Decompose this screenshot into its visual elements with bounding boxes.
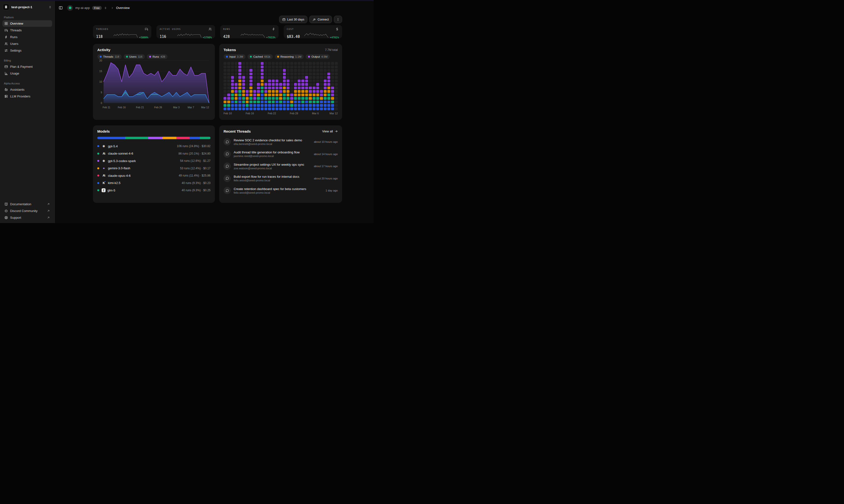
project-avatar — [67, 5, 73, 11]
project-switcher-icon[interactable] — [104, 6, 107, 10]
legend-chip-threads[interactable]: Threads118 — [97, 54, 122, 59]
project-name[interactable]: my-ai-app — [75, 6, 90, 10]
thread-row[interactable]: Review SOC 2 evidence checklist for sale… — [224, 136, 338, 148]
waffle-cell — [268, 73, 271, 75]
waffle-column — [305, 62, 308, 110]
waffle-cell — [275, 69, 278, 72]
legend-label: Users — [130, 55, 137, 58]
waffle-cell — [301, 97, 304, 100]
waffle-cell — [246, 104, 249, 107]
waffle-cell — [283, 79, 286, 83]
waffle-cell — [238, 83, 241, 86]
thread-row[interactable]: Create retention dashboard spec for beta… — [224, 184, 338, 197]
waffle-cell — [279, 97, 282, 100]
waffle-cell — [253, 93, 256, 96]
waffle-cell — [227, 69, 230, 72]
sidebar-item-usage[interactable]: Usage — [2, 70, 52, 77]
waffle-cell — [301, 76, 304, 79]
header-actions: Last 30 days Connect — [93, 16, 342, 23]
legend-chip-output[interactable]: Output4.5M — [306, 54, 330, 59]
waffle-cell — [275, 87, 278, 89]
waffle-cell — [272, 93, 275, 96]
waffle-cell — [235, 101, 238, 104]
waffle-cell — [224, 62, 226, 65]
waffle-column — [324, 62, 327, 110]
waffle-cell — [301, 93, 304, 96]
thread-row[interactable]: Audit thread title generation for onboar… — [224, 148, 338, 160]
waffle-cell — [298, 93, 300, 96]
sliders-icon — [4, 49, 8, 52]
waffle-cell — [257, 66, 260, 69]
sidebar-item-assistants[interactable]: Assistants — [2, 86, 52, 93]
more-menu-button[interactable] — [334, 16, 342, 23]
sidebar-item-llm-providers[interactable]: LLM Providers — [2, 93, 52, 100]
waffle-cell — [249, 108, 252, 110]
workspace-switcher[interactable]: test-project-1 — [2, 3, 52, 11]
sidebar-toggle-icon[interactable] — [59, 6, 63, 10]
waffle-cell — [224, 66, 226, 69]
waffle-cell — [257, 83, 260, 86]
waffle-cell — [327, 87, 330, 89]
waffle-cell — [264, 69, 267, 72]
waffle-cell — [238, 104, 241, 107]
legend-chip-cached[interactable]: Cached661k — [247, 54, 273, 59]
sidebar-item-support[interactable]: Support — [2, 214, 52, 221]
stat-value: $83.40 — [287, 35, 300, 39]
legend-chip-users[interactable]: Users116 — [124, 54, 145, 59]
waffle-cell — [335, 69, 338, 72]
sidebar-item-overview[interactable]: Overview — [2, 20, 52, 27]
waffle-cell — [253, 76, 256, 79]
legend-chip-reasoning[interactable]: Reasoning1.1M — [275, 54, 304, 59]
waffle-cell — [242, 73, 245, 75]
waffle-cell — [301, 73, 304, 75]
sidebar-item-documentation[interactable]: Documentation — [2, 201, 52, 208]
waffle-cell — [327, 79, 330, 83]
sidebar-item-settings[interactable]: Settings — [2, 47, 52, 54]
waffle-cell — [309, 93, 312, 96]
waffle-cell — [298, 73, 300, 75]
waffle-cell — [279, 90, 282, 93]
stat-card-active-users: ACTIVE USERS116+5700% — [156, 25, 215, 38]
waffle-cell — [316, 66, 319, 69]
waffle-cell — [287, 76, 290, 79]
sidebar-item-users[interactable]: Users — [2, 40, 52, 47]
waffle-cell — [242, 83, 245, 86]
model-row-glm-5: Zglm-540 runs (9.3%) · $0.25 — [97, 187, 210, 194]
waffle-cell — [320, 90, 323, 93]
waffle-cell — [305, 76, 308, 79]
waffle-cell — [272, 90, 275, 93]
waffle-cell — [231, 108, 234, 110]
sidebar-item-discord-community[interactable]: Discord Community — [2, 208, 52, 214]
waffle-cell — [320, 87, 323, 89]
waffle-column — [327, 62, 330, 110]
waffle-cell — [327, 62, 330, 65]
users-icon — [208, 27, 212, 31]
waffle-cell — [298, 66, 300, 69]
waffle-cell — [249, 83, 252, 86]
legend-label: Output — [311, 55, 320, 58]
legend-chip-input[interactable]: Input3.3M — [224, 54, 245, 59]
svg-text:Feb 26: Feb 26 — [154, 106, 162, 109]
sidebar-item-plan-payment[interactable]: Plan & Payment — [2, 64, 52, 70]
tokens-legend: Input3.3MCached661kReasoning1.1MOutput4.… — [224, 54, 338, 59]
bar-segment-glm-5 — [200, 137, 210, 139]
thread-time: about 14 hours ago — [314, 152, 338, 156]
view-all-link[interactable]: View all — [322, 129, 338, 133]
sidebar-item-threads[interactable]: Threads — [2, 27, 52, 34]
waffle-column — [242, 62, 245, 110]
waffle-cell — [320, 104, 323, 107]
thread-row[interactable]: Streamline project settings UX for weekl… — [224, 160, 338, 173]
thread-row[interactable]: Build export flow for run traces for int… — [224, 173, 338, 185]
waffle-cell — [305, 97, 308, 100]
waffle-cell — [313, 79, 315, 83]
sidebar-item-label: Usage — [10, 72, 50, 75]
date-range-button[interactable]: Last 30 days — [279, 16, 308, 23]
waffle-cell — [298, 108, 300, 110]
waffle-cell — [287, 83, 290, 86]
legend-chip-runs[interactable]: Runs428 — [147, 54, 168, 59]
connect-button[interactable]: Connect — [309, 16, 332, 23]
waffle-column — [224, 62, 226, 110]
sidebar-item-runs[interactable]: Runs — [2, 34, 52, 40]
thread-email: felix.wood@seed-promo.local — [234, 179, 311, 182]
sidebar-item-label: Plan & Payment — [10, 65, 50, 69]
